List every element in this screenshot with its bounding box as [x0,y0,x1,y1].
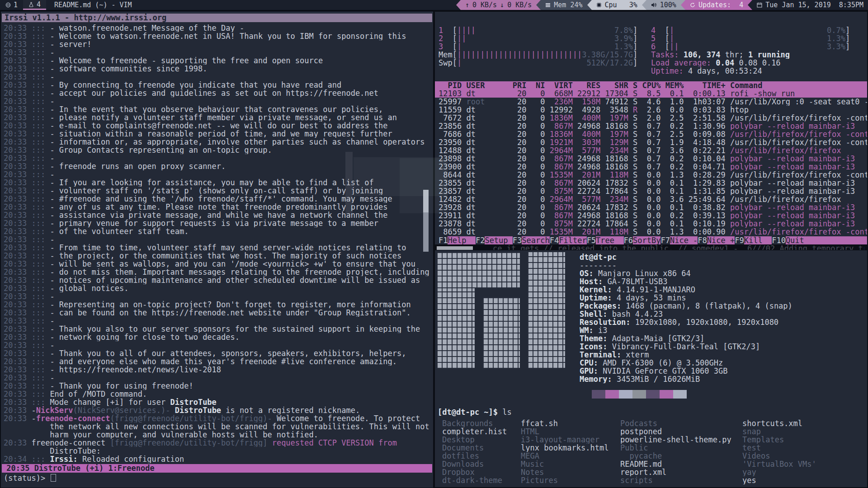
process-row[interactable]: 8659 dt 20 0 1535M 201M 118M S 0.0 1.3 0… [435,228,867,236]
memory-module[interactable]: Mem 24% [541,0,587,10]
fkey-search[interactable]: Search [522,236,549,244]
irc-line: 20:33 ::: - [4,48,431,56]
process-row[interactable]: 23857 dt 20 0 875M 22724 17864 S 0.0 0.1… [435,187,867,195]
workspace-1[interactable]: 1 [0,0,23,10]
irc-line: 20:33 ::: - freenode runs an open proxy … [4,162,431,170]
volume-module[interactable]: 100% [646,0,681,10]
datetime: Tue Jan 15, 2019 8:35PM [765,1,863,9]
ls-entry-directory: Documents [442,444,507,452]
volume-level: 100% [660,1,676,9]
fkey-sortby[interactable]: SortBy [633,236,660,244]
neofetch-info-line: Shell: bash 4.4.23 [580,310,793,318]
irc-line: the network all new connections will be … [4,422,431,431]
neofetch-info-line: Uptime: 4 days, 53 mins [580,294,793,302]
irc-line: 20:33 ::: - [4,317,431,325]
neofetch-info-line: Resolution: 1920x1080, 1920x1080, 1920x1… [580,318,793,326]
irc-line: 20:33 freenode-connect [frigg@freenode/u… [4,439,431,447]
fkey-nice-[interactable]: Nice - [670,236,698,244]
fkey-setup[interactable]: Setup [485,236,512,244]
irssi-titlebar: Irssi v1.1.1 - http://www.irssi.org [2,14,432,22]
fkey-help[interactable]: Help [448,236,475,244]
irc-line: 20:33 ::: - #freenode and using the '/wh… [4,195,431,203]
irc-line: 20:33 ::: - Welcome to watson.freenode.n… [4,32,431,40]
irc-line: 20:33 ::: - do not miss them. Important … [4,268,431,276]
fkey-kill[interactable]: Kill [744,236,772,244]
htop-terminal[interactable]: 1 [|||| 7.8%]2 [|| 3.9%]3 [| 1.3%]Mem[||… [435,12,867,244]
manjaro-logo-block [528,252,565,369]
neofetch-terminal[interactable]: dt@dt-pc--------OS: Manjaro Linux x86_64… [435,250,867,487]
fkey-filter[interactable]: Filter [559,236,586,244]
irc-line: 20:33 ::: - accept our policies and guid… [4,89,431,97]
separator [748,0,752,10]
memory-usage: Mem 24% [554,1,582,9]
process-row[interactable]: 12482 dt 20 0 2964M 577M 234M S 0.0 3.6 … [435,195,867,203]
irc-line: 20:33 ::: - From time to time, volunteer… [4,244,431,252]
process-row[interactable]: 7672 dt 20 0 1836M 400M 197M S 2.0 2.5 2… [435,114,867,122]
clock-module[interactable]: Tue Jan 15, 2019 8:35PM [752,0,868,10]
process-row[interactable]: 23950 dt 20 0 1921M 303M 129M S 0.7 1.9 … [435,138,867,146]
process-row[interactable]: 23855 dt 20 0 867M 20624 17832 S 0.0 0.1… [435,179,867,187]
workspace-4[interactable]: 4 [23,0,46,10]
process-row[interactable]: 7686 dt 20 0 1836M 400M 197M S 0.7 2.5 0… [435,130,867,138]
neofetch-info: dt@dt-pc--------OS: Manjaro Linux x86_64… [580,253,793,383]
irc-line: 20:33 ::: - notices of upcoming maintena… [4,276,431,284]
palette-swatch [592,390,605,399]
process-row[interactable]: 25997 root 20 0 236M 158M 74912 S 4.6 1.… [435,98,867,106]
fkey-number: F8 [698,236,707,244]
irc-line: 20:33 ::: - information or, as appropria… [4,138,431,146]
process-row[interactable]: 23898 dt 20 0 867M 24968 18168 S 0.7 0.2… [435,155,867,163]
manjaro-logo-block [437,288,475,369]
irc-line: 20:33 ::: - watson.freenode.net Message … [4,24,431,32]
irssi-terminal[interactable]: Irssi v1.1.1 - http://www.irssi.org 20:3… [1,12,433,488]
fkey-quit[interactable]: Quit [786,236,867,244]
workspace-4-label: 4 [37,0,41,9]
fkey-nice-[interactable]: Nice + [707,236,735,244]
irc-line: 20:33 ::: - By connecting to freenode yo… [4,81,431,89]
process-table-header[interactable]: PID USER PRI NI VIRT RES SHR S CPU% MEM%… [435,81,867,89]
palette-swatch [660,390,673,399]
manjaro-logo-block [483,297,520,369]
htop-function-keys: F1Help F2Setup F3SearchF4FilterF5Tree F6… [439,236,867,244]
process-row[interactable]: 23928 dt 20 0 867M 20624 17832 S 0.0 0.1… [435,203,867,211]
process-row[interactable]: 23878 dt 20 0 875M 22724 17864 S 0.0 0.1… [435,220,867,228]
ls-column: Backgroundscompleter.histDesktopDocument… [442,419,507,484]
ls-entry-directory: __pycache__ [620,452,731,460]
ls-entry-directory: Notes [521,468,609,476]
fkey-number: F7 [660,236,670,244]
process-row[interactable]: 11559 dt 20 0 12992 4928 3548 R 2.6 0.0 … [435,106,867,114]
cpu-module[interactable]: Cpu 3% [592,0,642,10]
process-row[interactable]: 23911 dt 20 0 867M 24968 18168 S 0.0 0.2… [435,211,867,220]
ls-entry-directory: Music [521,460,609,468]
process-row[interactable]: 12488 dt 20 0 2964M 577M 234M S 0.7 3.6 … [435,146,867,155]
cpu-memory-meters: 1 [|||| 7.8%]2 [|| 3.9%]3 [| 1.3%]Mem[||… [439,26,637,67]
irc-line: 20:33 ::: - [4,235,431,244]
updates-module[interactable]: Updates: 4 [685,0,748,10]
ls-entry-file: yes [742,476,816,484]
neofetch-info-line: Host: GA-78LMT-USB3 [580,277,793,286]
refresh-icon [690,2,695,8]
irc-line: 20:33 ::: - https://freenode.net/news/li… [4,366,431,374]
irc-line: 20:33 ::: - [4,341,431,349]
neofetch-info-line: Icons: Vibrancy-Full-Dark-Teal [GTK2/3] [580,343,793,351]
shell-prompt: [dt@dt-pc ~]$ [438,408,498,416]
calendar-icon [757,2,762,8]
process-header-row: PID USER PRI NI VIRT RES SHR S CPU% MEM%… [439,81,867,89]
irc-line: 20:33 ::: - [4,374,431,382]
fkey-tree[interactable]: Tree [596,236,623,244]
process-row[interactable]: 12103 dt 20 0 668M 22912 17304 S 8.5 0.1… [435,89,867,98]
cpu-tasks-meters: 4 [| 0.7%]5 [| 1.3%]6 [|| 3.3%]Tasks: 10… [651,26,850,75]
irssi-input-line[interactable]: (status)> [4,474,56,482]
process-row[interactable]: 23856 dt 20 0 867M 24968 18168 S 0.7 0.2… [435,122,867,130]
ls-entry-directory: Templates [742,436,816,444]
irc-line: 20:33 ::: - Welcome to freenode - suppor… [4,56,431,65]
separator [587,0,592,10]
process-row[interactable]: 8644 dt 20 0 1535M 201M 118M S 0.0 1.3 0… [435,171,867,179]
network-module[interactable]: ↑0 KB/s↓0 KB/s [461,0,536,10]
ls-entry-file: report.xml [620,468,731,476]
neofetch-info-line: Kernel: 4.14.91-1-MANJARO [580,286,793,294]
palette-swatch [673,390,687,399]
text-cursor [51,474,56,482]
process-row[interactable]: 23900 dt 20 0 867M 24968 18168 S 0.7 0.2… [435,163,867,171]
palette-swatch [646,390,660,399]
upload-arrow-icon: ↑ [465,1,469,9]
